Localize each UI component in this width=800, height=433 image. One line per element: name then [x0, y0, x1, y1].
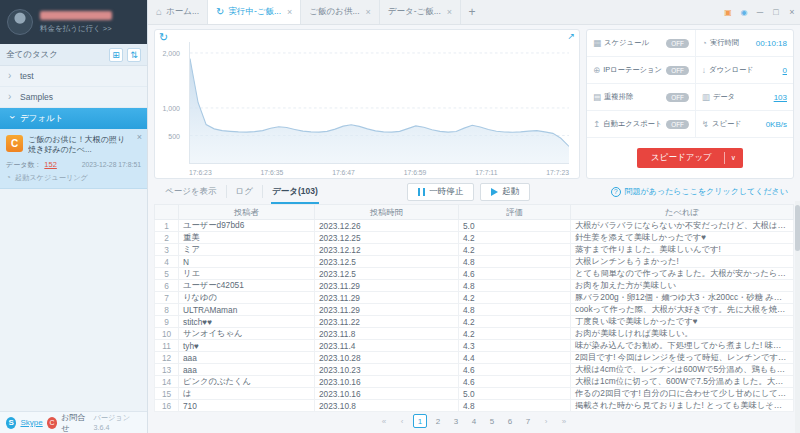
table-row[interactable]: 7りなゆの2023.11.294.2豚バラ200g・卵12個・麺つゆ大3・水20…	[155, 292, 794, 304]
cell-n: 3	[155, 244, 179, 256]
tab-label: 実行中-ご飯...	[228, 6, 281, 18]
table-row[interactable]: 15は2023.10.165.0作るの2回目です! 自分の口に合わせて少し甘めに…	[155, 388, 794, 400]
maximize-button[interactable]: □	[768, 0, 784, 24]
cell-time: 2023.10.23	[315, 364, 459, 376]
cell-time: 2023.12.25	[315, 232, 459, 244]
x-axis: 17:6:2317:6:3517:6:4717:6:5917:7:1117:7:…	[189, 169, 569, 176]
close-icon[interactable]: ×	[137, 132, 142, 142]
page-arrow[interactable]: »	[557, 414, 571, 428]
tree-item-samples[interactable]: › Samples	[0, 87, 147, 108]
pause-icon	[418, 188, 425, 196]
contact-icon[interactable]: C	[47, 417, 57, 429]
view-tab[interactable]: ログ	[227, 185, 263, 198]
page-number[interactable]: 2	[431, 414, 445, 428]
cell-n: 6	[155, 280, 179, 292]
table-header-row: 投稿者 投稿時間 評価 たべれぽ	[155, 205, 794, 220]
skype-icon[interactable]: S	[6, 417, 16, 429]
cell-comment: 作るの2回目です! 自分の口に合わせて少し甘めにしています	[571, 388, 794, 400]
tree-item-default[interactable]: › デフォルト	[0, 108, 147, 129]
cell-poster: tyh♥	[179, 340, 315, 352]
page-number[interactable]: 7	[521, 414, 535, 428]
cell-rating: 4.2	[459, 316, 571, 328]
table-row[interactable]: 6ユーザーc420512023.11.294.8お肉を加えた方が美味しい	[155, 280, 794, 292]
tab-task-config[interactable]: ご飯のお供... ×	[301, 0, 379, 24]
fullscreen-icon[interactable]: ↗	[567, 31, 575, 41]
close-window-button[interactable]: ×	[784, 0, 800, 24]
table-row[interactable]: 5リエ2023.12.54.6とても簡単なので作ってみました。大根が安かったら是…	[155, 268, 794, 280]
page-arrow[interactable]: «	[377, 414, 391, 428]
help-link[interactable]: ? 問題があったらここをクリックしてください	[611, 186, 792, 197]
table-row[interactable]: 13aaa2023.10.234.6大根は4cm位で、レンチンは600Wで5分温…	[155, 364, 794, 376]
data-count-value[interactable]: 152	[44, 160, 57, 169]
dedup-toggle[interactable]: OFF	[666, 93, 689, 102]
cell-poster: ミア	[179, 244, 315, 256]
close-icon[interactable]: ×	[447, 7, 452, 17]
chevron-down-icon[interactable]: ∨	[731, 154, 743, 162]
table-row[interactable]: 4N2023.12.54.8大根レンチンもうまかった!	[155, 256, 794, 268]
tree-item-test[interactable]: › test	[0, 66, 147, 87]
close-icon[interactable]: ×	[366, 7, 371, 17]
cell-rating: 4.8	[459, 280, 571, 292]
table-row[interactable]: 3ミア2023.12.124.2蒸すまで作りました。美味しいんです!	[155, 244, 794, 256]
new-tab-button[interactable]: +	[461, 0, 483, 24]
pause-button[interactable]: 一時停止	[407, 183, 474, 201]
table-row[interactable]: 1ユーザーd97bd62023.12.265.0大根がバラバラにならないか不安だ…	[155, 220, 794, 232]
promo-icon[interactable]: ▣	[720, 0, 736, 24]
ip-rotation-toggle[interactable]: OFF	[666, 66, 689, 75]
table-row[interactable]: 10サンオイちゃん2023.11.84.2お肉が美味しければ美味しい。	[155, 328, 794, 340]
page-number[interactable]: 6	[503, 414, 517, 428]
stat-label: 実行時間	[710, 38, 739, 48]
page-number[interactable]: 3	[449, 414, 463, 428]
speed-up-button[interactable]: スピードアップ ∨	[637, 148, 743, 168]
sort-tasks-icon[interactable]: ⇅	[127, 48, 141, 62]
user-panel[interactable]: 料金を払うに行く >>	[0, 0, 147, 44]
cell-poster: リエ	[179, 268, 315, 280]
page-arrow[interactable]: ‹	[395, 414, 409, 428]
speedup-area: スピードアップ ∨	[587, 138, 793, 178]
data-count[interactable]: 103	[774, 93, 787, 102]
tab-home[interactable]: ⌂ ホーム...	[148, 0, 208, 24]
page-number[interactable]: 1	[413, 414, 427, 428]
table-row[interactable]: 11tyh♥2023.11.44.3味が染み込んでお勧め。下処理してから煮ました…	[155, 340, 794, 352]
cell-poster: ULTRAMaman	[179, 304, 315, 316]
cell-poster: は	[179, 388, 315, 400]
table-row[interactable]: 9stitch♥♥2023.11.224.2丁度良い味で美味しかったです♥	[155, 316, 794, 328]
skype-link[interactable]: Skype	[20, 418, 42, 427]
page-arrow[interactable]: ›	[539, 414, 553, 428]
stat-label: 自動エクスポート	[603, 119, 662, 129]
add-group-icon[interactable]: ⊞	[109, 48, 123, 62]
scrollbar[interactable]	[795, 201, 800, 433]
y-axis: 2,0001,000500	[155, 42, 185, 164]
auto-export-toggle[interactable]: OFF	[666, 120, 689, 129]
view-tab[interactable]: データ(103)	[263, 185, 327, 198]
page-number[interactable]: 4	[467, 414, 481, 428]
main-area: ⌂ ホーム... ↻ 実行中-ご飯... × ご飯のお供... × データ-ご飯…	[148, 0, 800, 433]
contact-link[interactable]: お問合せ	[61, 412, 89, 433]
cell-time: 2023.12.5	[315, 268, 459, 280]
minimize-button[interactable]: ─	[752, 0, 768, 24]
avatar[interactable]	[7, 9, 33, 35]
page-number[interactable]: 5	[485, 414, 499, 428]
scrollbar-thumb[interactable]	[795, 205, 800, 251]
tab-bar: ⌂ ホーム... ↻ 実行中-ご飯... × ご飯のお供... × データ-ご飯…	[148, 0, 800, 25]
start-button[interactable]: 起動	[480, 183, 530, 201]
table-row[interactable]: 12aaa2023.10.284.42回目です! 今回はレンジを使って時短、レン…	[155, 352, 794, 364]
sidebar-footer: S Skype C お問合せ バージョン 3.6.4	[0, 411, 147, 433]
table-row[interactable]: 14ピンクのぶたくん2023.10.164.6大根は1cm位に切って、600Wで…	[155, 376, 794, 388]
close-icon[interactable]: ×	[287, 7, 292, 17]
username-masked	[40, 11, 112, 20]
schedule-toggle[interactable]: OFF	[666, 39, 689, 48]
table-row[interactable]: 167102023.10.84.8掲載された時から見ておりました! とっても美味…	[155, 400, 794, 412]
tab-task-data[interactable]: データ-ご飯... ×	[380, 0, 461, 24]
notification-icon[interactable]: ◉	[736, 0, 752, 24]
tab-running-task[interactable]: ↻ 実行中-ご飯... ×	[208, 0, 301, 24]
table-row[interactable]: 2重美2023.12.254.2針生姜を添えて美味しかったです♥	[155, 232, 794, 244]
download-count[interactable]: 0	[783, 66, 787, 75]
upgrade-link[interactable]: 料金を払うに行く >>	[40, 24, 112, 34]
cell-rating: 4.2	[459, 232, 571, 244]
view-tab[interactable]: ページを表示	[156, 185, 227, 198]
task-card[interactable]: C ご飯のお供に！大根の照り焼き好みのたべ... × データ数： 152 202…	[0, 129, 147, 189]
tab-label: ホーム...	[166, 6, 199, 18]
cell-rating: 4.8	[459, 304, 571, 316]
table-row[interactable]: 8ULTRAMaman2023.11.294.8cookって作った際、大根が大好…	[155, 304, 794, 316]
